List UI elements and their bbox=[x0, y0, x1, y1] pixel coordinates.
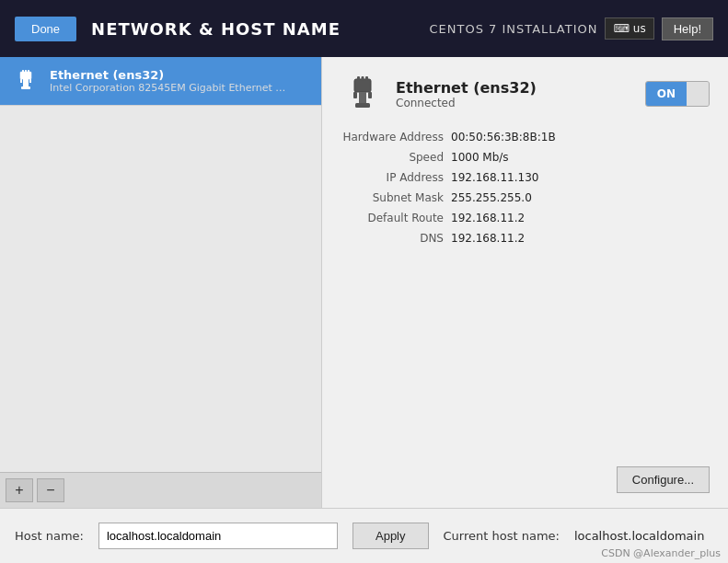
page-title: NETWORK & HOST NAME bbox=[91, 19, 341, 39]
toggle-off bbox=[687, 82, 709, 106]
ip-value: 192.168.11.130 bbox=[451, 171, 538, 184]
speed-label: Speed bbox=[341, 151, 451, 164]
left-panel: Ethernet (ens32) Intel Corporation 82545… bbox=[0, 57, 322, 508]
detail-row-speed: Speed 1000 Mb/s bbox=[341, 151, 710, 164]
network-item-name: Ethernet (ens32) bbox=[50, 68, 289, 82]
network-item-desc: Intel Corporation 82545EM Gigabit Ethern… bbox=[50, 82, 289, 94]
hardware-label: Hardware Address bbox=[341, 131, 451, 144]
subnet-value: 255.255.255.0 bbox=[451, 191, 532, 204]
svg-rect-5 bbox=[21, 86, 30, 89]
device-header: Ethernet (ens32) Connected ON bbox=[341, 72, 710, 116]
device-text: Ethernet (ens32) Connected bbox=[396, 79, 537, 109]
svg-rect-1 bbox=[22, 70, 24, 73]
detail-row-hardware: Hardware Address 00:50:56:3B:8B:1B bbox=[341, 131, 710, 144]
svg-rect-13 bbox=[355, 103, 370, 108]
details-table: Hardware Address 00:50:56:3B:8B:1B Speed… bbox=[341, 131, 710, 466]
svg-rect-2 bbox=[25, 70, 27, 73]
hostname-label: Host name: bbox=[15, 529, 84, 543]
hostname-input[interactable] bbox=[98, 523, 338, 549]
ethernet-icon bbox=[11, 66, 40, 96]
svg-rect-14 bbox=[353, 92, 357, 98]
header: Done NETWORK & HOST NAME CENTOS 7 INSTAL… bbox=[0, 0, 728, 57]
detail-row-dns: DNS 192.168.11.2 bbox=[341, 232, 710, 245]
route-label: Default Route bbox=[341, 212, 451, 224]
svg-rect-9 bbox=[357, 76, 360, 81]
network-list: Ethernet (ens32) Intel Corporation 82545… bbox=[0, 57, 321, 472]
hardware-value: 00:50:56:3B:8B:1B bbox=[451, 131, 556, 144]
watermark: CSDN @Alexander_plus bbox=[601, 547, 721, 559]
centos-label: CENTOS 7 INSTALLATION bbox=[429, 22, 597, 36]
done-button[interactable]: Done bbox=[15, 17, 76, 41]
keyboard-value: us bbox=[633, 22, 646, 35]
route-value: 192.168.11.2 bbox=[451, 212, 525, 224]
header-left: Done NETWORK & HOST NAME bbox=[15, 17, 341, 41]
apply-button[interactable]: Apply bbox=[352, 523, 429, 549]
keyboard-icon: ⌨ bbox=[613, 22, 629, 35]
device-name: Ethernet (ens32) bbox=[396, 79, 537, 97]
network-item-text: Ethernet (ens32) Intel Corporation 82545… bbox=[50, 68, 289, 94]
toggle-on: ON bbox=[646, 82, 687, 106]
svg-rect-8 bbox=[354, 79, 371, 92]
svg-rect-15 bbox=[368, 92, 372, 98]
detail-row-ip: IP Address 192.168.11.130 bbox=[341, 171, 710, 184]
svg-rect-11 bbox=[365, 76, 368, 81]
svg-rect-0 bbox=[20, 72, 31, 79]
list-controls: + − bbox=[0, 472, 321, 508]
svg-rect-10 bbox=[362, 76, 364, 81]
configure-button[interactable]: Configure... bbox=[617, 466, 710, 493]
svg-rect-6 bbox=[20, 79, 22, 83]
current-hostname-value: localhost.localdomain bbox=[574, 529, 704, 543]
speed-value: 1000 Mb/s bbox=[451, 151, 509, 164]
network-item[interactable]: Ethernet (ens32) Intel Corporation 82545… bbox=[0, 57, 321, 106]
dns-value: 192.168.11.2 bbox=[451, 232, 525, 245]
current-hostname-label: Current host name: bbox=[444, 529, 560, 543]
device-status: Connected bbox=[396, 97, 537, 109]
svg-rect-12 bbox=[359, 92, 366, 105]
svg-rect-7 bbox=[29, 79, 31, 83]
device-ethernet-icon bbox=[341, 72, 385, 116]
main-content: Ethernet (ens32) Intel Corporation 82545… bbox=[0, 57, 728, 508]
remove-network-button[interactable]: − bbox=[37, 478, 64, 502]
svg-rect-3 bbox=[28, 70, 29, 73]
device-info: Ethernet (ens32) Connected bbox=[341, 72, 537, 116]
detail-row-route: Default Route 192.168.11.2 bbox=[341, 212, 710, 224]
right-panel: Ethernet (ens32) Connected ON Hardware A… bbox=[322, 57, 728, 508]
header-right: CENTOS 7 INSTALLATION ⌨ us Help! bbox=[429, 17, 713, 40]
ip-label: IP Address bbox=[341, 171, 451, 184]
dns-label: DNS bbox=[341, 232, 451, 245]
help-button[interactable]: Help! bbox=[662, 17, 713, 40]
detail-row-subnet: Subnet Mask 255.255.255.0 bbox=[341, 191, 710, 204]
keyboard-selector[interactable]: ⌨ us bbox=[605, 17, 653, 40]
subnet-label: Subnet Mask bbox=[341, 191, 451, 204]
toggle-switch[interactable]: ON bbox=[645, 81, 710, 107]
add-network-button[interactable]: + bbox=[6, 478, 33, 502]
